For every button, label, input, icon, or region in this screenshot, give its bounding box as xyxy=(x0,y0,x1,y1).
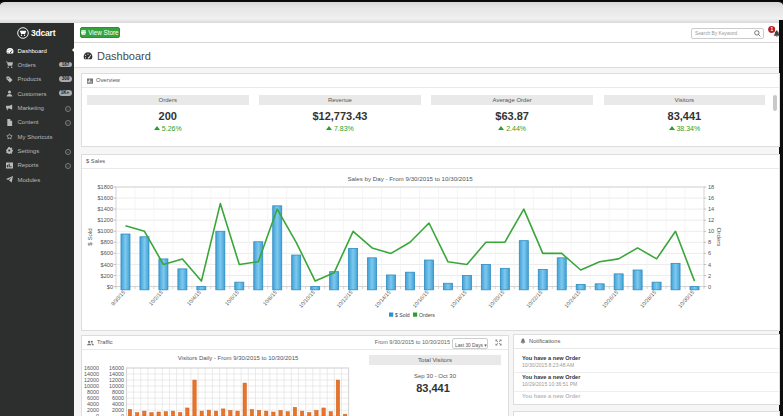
svg-text:10/22/15: 10/22/15 xyxy=(525,289,544,309)
svg-text:10/18/15: 10/18/15 xyxy=(449,289,468,309)
svg-text:10: 10 xyxy=(708,228,714,234)
svg-text:Sales by Day - From 9/30/2015: Sales by Day - From 9/30/2015 to 10/30/2… xyxy=(347,175,473,182)
svg-text:$1200: $1200 xyxy=(97,217,113,223)
svg-text:18: 18 xyxy=(708,184,714,190)
svg-text:6000: 6000 xyxy=(112,395,124,401)
svg-text:$400: $400 xyxy=(101,262,113,268)
svg-text:$ Sold: $ Sold xyxy=(395,312,410,318)
svg-text:6000: 6000 xyxy=(87,395,99,401)
svg-text:6: 6 xyxy=(708,250,711,256)
svg-text:10/20/15: 10/20/15 xyxy=(487,289,506,309)
svg-text:16000: 16000 xyxy=(84,365,99,371)
svg-text:$200: $200 xyxy=(101,273,113,279)
svg-text:10/26/15: 10/26/15 xyxy=(601,289,620,309)
svg-text:14: 14 xyxy=(708,206,714,212)
svg-text:$1400: $1400 xyxy=(97,206,113,212)
svg-text:$0: $0 xyxy=(107,284,113,290)
svg-text:8000: 8000 xyxy=(112,389,124,395)
svg-text:$1000: $1000 xyxy=(97,228,113,234)
svg-text:8000: 8000 xyxy=(87,389,99,395)
svg-text:4000: 4000 xyxy=(112,401,124,407)
svg-text:Orders: Orders xyxy=(716,228,723,247)
svg-text:10/6/15: 10/6/15 xyxy=(224,289,241,306)
svg-text:12: 12 xyxy=(708,217,714,223)
svg-text:10/24/15: 10/24/15 xyxy=(563,289,582,309)
svg-text:10000: 10000 xyxy=(109,383,124,389)
svg-text:2000: 2000 xyxy=(112,407,124,413)
svg-text:14000: 14000 xyxy=(109,371,124,377)
svg-text:10/2/15: 10/2/15 xyxy=(148,289,165,306)
svg-text:4: 4 xyxy=(708,262,711,268)
svg-text:14000: 14000 xyxy=(84,371,99,377)
svg-text:$1600: $1600 xyxy=(97,195,113,201)
svg-text:16: 16 xyxy=(708,195,714,201)
svg-text:12000: 12000 xyxy=(109,377,124,383)
svg-text:16000: 16000 xyxy=(109,365,124,371)
svg-text:10/10/15: 10/10/15 xyxy=(297,289,316,309)
svg-text:Orders: Orders xyxy=(419,312,435,318)
svg-text:8: 8 xyxy=(708,239,711,245)
svg-text:$ Sold: $ Sold xyxy=(86,228,93,246)
svg-text:10/12/15: 10/12/15 xyxy=(335,289,354,309)
svg-text:$800: $800 xyxy=(101,239,113,245)
svg-text:2000: 2000 xyxy=(87,407,99,413)
svg-text:4000: 4000 xyxy=(87,401,99,407)
svg-text:10/28/15: 10/28/15 xyxy=(639,289,658,309)
svg-text:10/16/15: 10/16/15 xyxy=(411,289,430,309)
svg-text:10/4/15: 10/4/15 xyxy=(186,289,203,306)
svg-text:$600: $600 xyxy=(101,250,113,256)
svg-text:10000: 10000 xyxy=(84,383,99,389)
svg-text:2: 2 xyxy=(708,273,711,279)
svg-text:10/30/15: 10/30/15 xyxy=(677,289,696,309)
svg-text:Visitors Daily - From 9/30/201: Visitors Daily - From 9/30/2015 to 10/30… xyxy=(178,355,299,361)
svg-text:9/30/15: 9/30/15 xyxy=(110,289,127,306)
svg-text:$1800: $1800 xyxy=(97,184,113,190)
svg-text:12000: 12000 xyxy=(84,377,99,383)
svg-text:10/8/15: 10/8/15 xyxy=(261,289,278,306)
svg-text:0: 0 xyxy=(708,284,711,290)
svg-text:1: 1 xyxy=(770,27,773,32)
svg-text:10/14/15: 10/14/15 xyxy=(373,289,392,309)
